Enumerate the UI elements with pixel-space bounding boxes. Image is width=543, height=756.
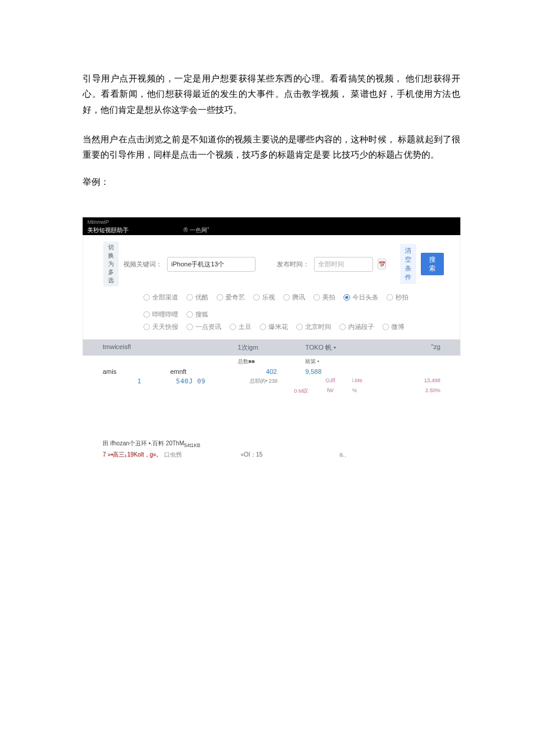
radio-label: 乐视 — [262, 293, 275, 302]
body-paragraph-2: 当然用户在点击浏览之前是不知道你的视频主要说的是哪些内容的，这种时候， 标题就起… — [83, 132, 460, 163]
channel-radio-一点资讯[interactable]: 一点资讯 — [187, 322, 221, 331]
footer-2d: a.、 — [339, 450, 350, 460]
th-sub-2: 总数■■ — [238, 359, 255, 364]
app-subtitle: ® 一色网” — [184, 227, 209, 233]
channel-radio-腾讯[interactable]: 腾讯 — [283, 293, 305, 302]
radio-icon — [143, 324, 150, 330]
radio-icon — [187, 324, 193, 330]
radio-icon — [187, 311, 193, 318]
cell: 402 — [266, 368, 277, 375]
cell: 总耶的• 238 — [250, 378, 278, 384]
results-table-header: tmwiceisfl 1次igm TOKO 帆 • "zg — [83, 340, 460, 356]
radio-icon — [230, 324, 236, 330]
footer-fragments: 田 ifhozan个丑环 •.百料 20ThM54t1KB 7 »•高三₁19K… — [83, 439, 460, 459]
radio-icon — [187, 294, 193, 301]
cell: fW — [327, 387, 333, 393]
radio-icon — [382, 324, 389, 330]
table-row: 1 540J 09 总耶的• 238 OJlf i.Me 13,498 — [103, 376, 440, 386]
embedded-screenshot: MtinnwiP 美秒短视頤助手 ® 一色网” 切换为多选 视频关键词： iPh… — [83, 217, 460, 459]
channel-radio-内涵段子[interactable]: 内涵段子 — [339, 322, 374, 331]
radio-label: 爱奇艺 — [225, 293, 245, 302]
cell: i.Me — [352, 377, 362, 383]
channel-radio-土豆[interactable]: 土豆 — [230, 322, 251, 331]
titlebar-line1: MtinnwiP — [87, 219, 456, 226]
cell: emnft — [170, 368, 187, 375]
radio-label: 秒拍 — [395, 293, 408, 302]
table-row: 0 M叹 fW % 2.50% — [103, 386, 440, 396]
app-titlebar: MtinnwiP 美秒短视頤助手 ® 一色网” — [83, 217, 460, 235]
radio-label: 哔哩哔哩 — [152, 310, 178, 319]
calendar-icon[interactable]: 📅 — [378, 259, 386, 269]
cell: 9,588 — [305, 368, 322, 375]
radio-label: 腾讯 — [292, 293, 305, 302]
radio-icon — [296, 324, 303, 330]
footer-2a: 7 »•高三₁19Kolt，g«, — [103, 451, 158, 458]
th-sub-3: 斯第 • — [305, 359, 319, 364]
radio-icon — [260, 324, 266, 330]
time-input[interactable]: 全部时间 — [314, 257, 373, 272]
cell: 1 — [138, 377, 141, 384]
radio-icon — [339, 324, 346, 330]
radio-label: 今日头条 — [352, 293, 378, 302]
footer-1b: 20ThM — [166, 440, 184, 447]
radio-label: 天天快报 — [152, 322, 178, 331]
th-3: TOKO 帆 • — [305, 344, 336, 351]
channel-row-2: 天天快报一点资讯土豆爆米花北京时间内涵段子微博 — [143, 321, 440, 333]
channel-radio-北京时间[interactable]: 北京时间 — [296, 322, 331, 331]
channel-radio-全部渠道[interactable]: 全部渠道 — [143, 293, 178, 302]
radio-icon — [253, 294, 260, 301]
search-button[interactable]: 搜索 — [421, 253, 444, 275]
radio-label: 北京时间 — [305, 322, 331, 331]
channel-radio-微博[interactable]: 微博 — [382, 322, 404, 331]
switch-multi-select[interactable]: 切换为多选 — [103, 242, 119, 286]
table-row: amis emnft 402 9,588 — [103, 367, 440, 376]
keyword-input[interactable]: iPhone手机这13个 — [167, 257, 256, 272]
footer-2c: «OI：15 — [241, 450, 263, 460]
cell: 540J 09 — [176, 377, 205, 385]
keyword-label: 视频关键词： — [123, 260, 162, 269]
radio-icon — [143, 294, 150, 301]
example-label: 举例： — [83, 177, 460, 188]
footer-1c: 54t1KB — [184, 442, 200, 448]
cell: 13,498 — [424, 377, 440, 383]
filter-panel: 切换为多选 视频关键词： iPhone手机这13个 发布时间： 全部时间 📅 清… — [83, 235, 460, 340]
channel-radio-优酷[interactable]: 优酷 — [187, 293, 208, 302]
channel-radio-今日头条[interactable]: 今日头条 — [344, 293, 378, 302]
radio-label: 搜狐 — [195, 310, 208, 319]
channel-row-1: 全部渠道优酷爱奇艺乐视腾讯美拍今日头条秒拍哔哩哔哩搜狐 — [143, 291, 440, 321]
radio-icon — [217, 294, 223, 301]
th-4: "zg — [431, 343, 440, 350]
cell: 0 M叹 — [294, 388, 308, 394]
cell: 2.50% — [425, 387, 440, 393]
th-1: tmwiceisfl — [103, 343, 131, 350]
cell: amis — [103, 368, 116, 375]
clear-filters-button[interactable]: 清空条件 — [400, 244, 416, 284]
radio-label: 爆米花 — [269, 322, 288, 331]
radio-icon — [143, 311, 150, 318]
th-2: 1次igm — [238, 344, 259, 351]
channel-radio-爆米花[interactable]: 爆米花 — [260, 322, 288, 331]
radio-label: 微博 — [391, 322, 404, 331]
body-paragraph-1: 引导用户点开视频的，一定是用户想要获得某些东西的心理。看看搞笑的视频， 他们想获… — [83, 71, 460, 118]
time-label: 发布时间： — [277, 260, 309, 269]
footer-1a: 田 ifhozan个丑环 •.百料 — [103, 440, 164, 447]
radio-label: 全部渠道 — [152, 293, 178, 302]
channel-radio-乐视[interactable]: 乐视 — [253, 293, 275, 302]
footer-2b: 口虫拐 — [164, 450, 182, 460]
channel-radio-美拍[interactable]: 美拍 — [313, 293, 335, 302]
radio-label: 优酷 — [195, 293, 208, 302]
radio-label: 美拍 — [322, 293, 335, 302]
cell: OJlf — [325, 377, 335, 383]
radio-label: 内涵段子 — [348, 322, 374, 331]
app-brand: 美秒短视頤助手 — [87, 227, 129, 233]
channel-radio-哔哩哔哩[interactable]: 哔哩哔哩 — [143, 310, 178, 319]
channel-radio-爱奇艺[interactable]: 爱奇艺 — [217, 293, 245, 302]
radio-icon — [387, 294, 393, 301]
radio-label: 土豆 — [238, 322, 251, 331]
channel-radio-搜狐[interactable]: 搜狐 — [187, 310, 208, 319]
radio-icon — [283, 294, 290, 301]
radio-label: 一点资讯 — [195, 322, 221, 331]
channel-radio-秒拍[interactable]: 秒拍 — [387, 293, 408, 302]
channel-radio-天天快报[interactable]: 天天快报 — [143, 322, 178, 331]
cell: % — [352, 387, 357, 393]
